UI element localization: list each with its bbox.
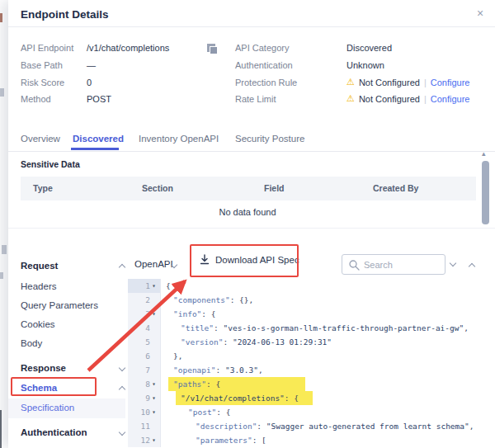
code-line-content: "paths": { [168,377,305,391]
sidebar-item-request[interactable]: Request [21,261,58,271]
col-created-by: Created By [373,183,418,193]
download-api-spec-button[interactable]: Download API Spec [200,254,299,265]
col-type: Type [33,183,53,193]
fold-icon[interactable]: ▾ [150,405,158,419]
rate-limit-label: Rate Limit [235,94,276,104]
download-icon [200,254,210,265]
code-line[interactable]: 1▾{ [128,279,483,293]
fold-icon[interactable]: ▾ [150,307,158,321]
rate-limit-value: Not Configured [359,94,420,104]
tab-discovered[interactable]: Discovered [73,134,124,144]
line-gutter: 1▾ [128,279,161,293]
empty-state-text: No data found [8,207,487,217]
sidebar-item-cookies[interactable]: Cookies [21,319,55,329]
code-line[interactable]: 10▾"post": { [128,405,483,419]
value-link-divider: | [424,94,427,104]
line-gutter: 9▾ [128,391,161,405]
tabbar-divider [8,151,495,152]
search-box[interactable] [342,254,446,275]
code-line[interactable]: 8▾"paths": { [128,377,483,391]
spec-format-dropdown[interactable]: OpenAPI [134,259,173,269]
sidebar-item-response[interactable]: Response [21,363,66,373]
authentication-value: Unknown [346,60,384,70]
sidebar-item-body[interactable]: Body [21,338,42,348]
sidebar-item-authentication[interactable]: Authentication [21,427,87,437]
code-line[interactable]: 12▾"parameters": [ [128,433,483,447]
method-label: Method [21,94,51,104]
protection-rule-label: Protection Rule [235,78,297,87]
warning-icon: ⚠ [346,93,355,104]
tab-inventory-openapi[interactable]: Inventory OpenAPI [139,134,219,144]
code-line-content: "components": {}, [168,293,253,307]
close-icon[interactable]: × [477,7,483,20]
line-gutter: 12▾ [128,433,161,447]
code-line[interactable]: 7"openapi": "3.0.3", [128,363,483,377]
sidebar-item-headers[interactable]: Headers [21,281,56,291]
code-line-content: "description": "Swagger auto-generated f… [191,419,474,433]
fold-icon[interactable]: ▾ [150,279,158,293]
section-divider [8,228,495,229]
line-gutter: 4 [128,321,161,335]
tab-overview[interactable]: Overview [21,134,60,144]
code-lines: 1▾{2"components": {},3▾"info": {4"title"… [128,279,483,447]
authentication-label: Authentication [235,60,293,70]
sensitive-data-title: Sensitive Data [21,159,80,169]
api-category-value: Discovered [346,43,392,53]
line-gutter: 10▾ [128,405,161,419]
risk-score-label: Risk Score [21,78,64,87]
underlying-page-edge [0,0,8,448]
code-line[interactable]: 11"description": "Swagger auto-generated… [128,419,483,433]
api-endpoint-value: /v1/chat/completions [87,43,169,53]
line-gutter: 5 [128,335,161,349]
base-path-value: — [87,60,96,70]
active-tab-indicator [71,148,119,150]
line-gutter: 2 [128,293,161,307]
scroll-up-icon[interactable]: ▴ [482,149,486,158]
code-line-content: "version": "2024-06-13 01:29:31" [176,335,332,349]
copy-icon[interactable] [207,44,218,54]
col-section: Section [142,183,173,193]
line-gutter: 3▾ [128,307,161,321]
code-line-content: "info": { [168,307,216,321]
line-gutter: 8▾ [128,377,161,391]
base-path-label: Base Path [21,60,63,70]
fold-icon[interactable]: ▾ [150,391,158,405]
endpoint-details-screen: Endpoint Details × API Endpoint /v1/chat… [0,0,495,448]
code-line[interactable]: 3▾"info": { [128,307,483,321]
sidebar-item-schema[interactable]: Schema [21,383,57,393]
warning-icon: ⚠ [346,77,355,87]
code-line-content: }, [168,349,182,363]
value-link-divider: | [424,78,427,87]
method-value: POST [87,94,111,104]
rate-limit-configure-link[interactable]: Configure [431,94,470,104]
header-divider [8,26,495,27]
fold-icon[interactable]: ▾ [150,377,158,391]
risk-score-value: 0 [87,78,92,87]
code-line-content: "parameters": [ [191,433,266,447]
sidebar-item-query-parameters[interactable]: Query Parameters [21,300,98,310]
sidebar-item-specification[interactable]: Specification [21,403,74,413]
col-field: Field [264,183,285,193]
code-line[interactable]: 2"components": {}, [128,293,483,307]
code-line-content: { [161,279,171,293]
code-line-content: "openapi": "3.0.3", [168,363,263,377]
code-line-content: "post": { [183,405,231,419]
fold-icon[interactable]: ▾ [150,433,158,447]
code-line[interactable]: 5"version": "2024-06-13 01:29:31" [128,335,483,349]
code-line[interactable]: 4"title": "ves-io-s-gorman-llm-traffic-t… [128,321,483,335]
line-gutter: 11 [128,419,161,433]
api-endpoint-label: API Endpoint [21,43,73,53]
search-icon [349,260,360,271]
line-gutter: 7 [128,363,161,377]
page-title: Endpoint Details [21,8,109,21]
search-input[interactable] [364,256,443,273]
protection-rule-configure-link[interactable]: Configure [431,78,470,87]
vertical-scrollbar[interactable] [482,161,489,224]
code-line-content: "title": "ves-io-s-gorman-llm-traffic-th… [176,321,469,335]
code-line-content: "/v1/chat/completions": { [176,391,313,405]
line-gutter: 6 [128,349,161,363]
protection-rule-value: Not Configured [359,78,420,87]
tab-security-posture[interactable]: Security Posture [235,134,304,144]
code-line[interactable]: 9▾"/v1/chat/completions": { [128,391,483,405]
code-line[interactable]: 6}, [128,349,483,363]
